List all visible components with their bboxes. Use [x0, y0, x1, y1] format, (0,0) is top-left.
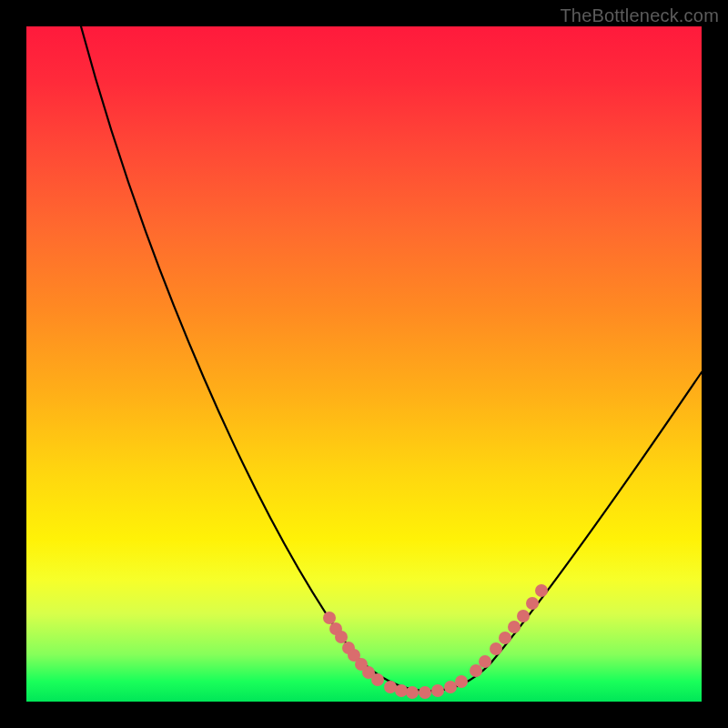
bottleneck-curve — [81, 26, 702, 691]
curve-dot — [455, 675, 468, 688]
curve-dot — [406, 686, 419, 699]
curve-svg — [26, 26, 702, 702]
curve-dot — [384, 681, 397, 693]
curve-dot — [508, 621, 521, 633]
curve-dot — [499, 632, 511, 644]
curve-dot — [526, 597, 539, 610]
curve-dot — [535, 584, 548, 597]
curve-dot — [490, 642, 502, 655]
curve-dot — [444, 681, 457, 693]
curve-dot — [395, 684, 408, 697]
curve-dot — [431, 684, 444, 697]
curve-dot — [517, 610, 530, 622]
curve-dot — [479, 655, 491, 668]
curve-dot — [419, 686, 431, 699]
chart-frame: TheBottleneck.com — [0, 0, 728, 728]
curve-dot — [335, 631, 348, 643]
plot-area — [26, 26, 702, 702]
curve-dot — [371, 673, 384, 686]
curve-dot — [323, 612, 336, 624]
curve-dot — [470, 664, 482, 677]
watermark-text: TheBottleneck.com — [560, 5, 719, 26]
